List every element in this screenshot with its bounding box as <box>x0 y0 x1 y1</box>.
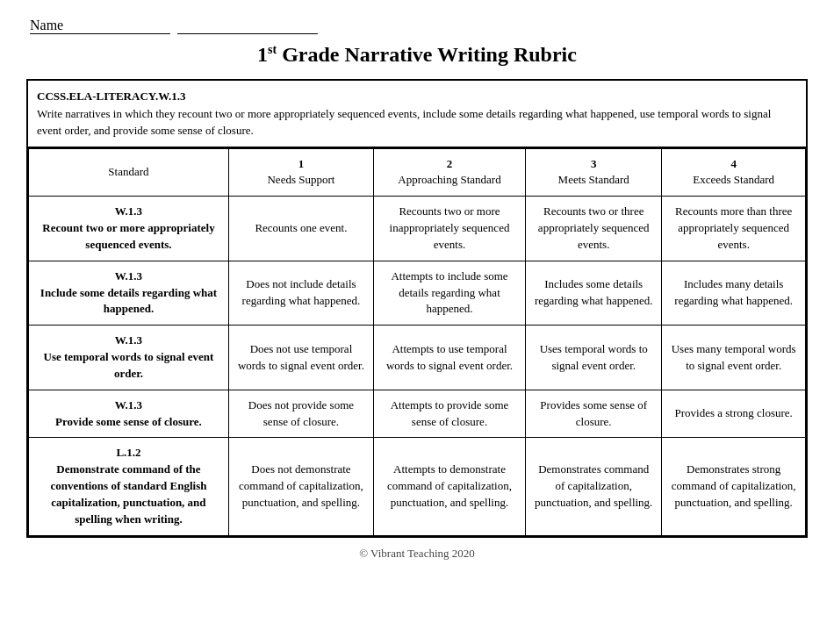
name-label: Name <box>30 18 170 34</box>
cell-r4-c0: Does not demonstrate command of capitali… <box>228 438 373 535</box>
standard-cell-4: L.1.2Demonstrate command of the conventi… <box>29 438 229 535</box>
cell-r1-c0: Does not include details regarding what … <box>228 261 373 326</box>
page-title: 1st Grade Narrative Writing Rubric <box>26 43 808 67</box>
col-header-3: 3 Meets Standard <box>526 148 662 197</box>
cell-r4-c3: Demonstrates strong command of capitaliz… <box>662 438 806 535</box>
title-text: Grade Narrative Writing Rubric <box>282 43 577 66</box>
cell-r3-c1: Attempts to provide some sense of closur… <box>373 390 525 438</box>
cell-r2-c3: Uses many temporal words to signal event… <box>662 326 806 390</box>
cell-r2-c0: Does not use temporal words to signal ev… <box>228 326 373 390</box>
col-header-standard: Standard <box>29 148 229 197</box>
standard-cell-1: W.1.3Include some details regarding what… <box>29 261 229 326</box>
cell-r1-c2: Includes some details regarding what hap… <box>526 261 662 326</box>
cell-r3-c3: Provides a strong closure. <box>662 390 806 438</box>
rubric-table: Standard 1 Needs Support 2 Approaching S… <box>28 148 806 536</box>
table-row: W.1.3Include some details regarding what… <box>29 261 806 326</box>
header-row: Standard 1 Needs Support 2 Approaching S… <box>29 148 806 197</box>
cell-r1-c1: Attempts to include some details regardi… <box>373 261 525 326</box>
cell-r4-c2: Demonstrates command of capitalization, … <box>526 438 662 535</box>
cell-r1-c3: Includes many details regarding what hap… <box>662 261 806 326</box>
standard-cell-2: W.1.3Use temporal words to signal event … <box>29 326 229 390</box>
cell-r4-c1: Attempts to demonstrate command of capit… <box>373 438 525 535</box>
standard-cell-0: W.1.3Recount two or more appropriately s… <box>29 197 229 261</box>
col-header-1: 1 Needs Support <box>228 148 373 197</box>
footer-text: © Vibrant Teaching 2020 <box>359 547 475 560</box>
cell-r0-c1: Recounts two or more inappropriately seq… <box>373 197 525 261</box>
cell-r0-c3: Recounts more than three appropriately s… <box>662 197 806 261</box>
cell-r0-c0: Recounts one event. <box>228 197 373 261</box>
table-row: W.1.3Use temporal words to signal event … <box>29 326 806 390</box>
col-header-4: 4 Exceeds Standard <box>662 148 806 197</box>
grade-number: 1st <box>257 43 277 66</box>
cell-r0-c2: Recounts two or three appropriately sequ… <box>526 197 662 261</box>
rubric-container: CCSS.ELA-LITERACY.W.1.3 Write narratives… <box>26 79 808 538</box>
col-header-2: 2 Approaching Standard <box>373 148 525 197</box>
table-row: W.1.3Recount two or more appropriately s… <box>29 197 806 261</box>
standard-code: CCSS.ELA-LITERACY.W.1.3 <box>37 88 797 105</box>
table-row: L.1.2Demonstrate command of the conventi… <box>29 438 806 535</box>
standard-description: Write narratives in which they recount t… <box>37 105 797 140</box>
cell-r3-c2: Provides some sense of closure. <box>526 390 662 438</box>
name-field: Name <box>26 18 808 34</box>
footer: © Vibrant Teaching 2020 <box>26 547 808 561</box>
name-underline <box>177 18 318 34</box>
cell-r2-c1: Attempts to use temporal words to signal… <box>373 326 525 390</box>
cell-r2-c2: Uses temporal words to signal event orde… <box>526 326 662 390</box>
standard-header: CCSS.ELA-LITERACY.W.1.3 Write narratives… <box>28 81 806 148</box>
grade-sup: st <box>268 43 277 56</box>
table-row: W.1.3Provide some sense of closure.Does … <box>29 390 806 438</box>
cell-r3-c0: Does not provide some sense of closure. <box>228 390 373 438</box>
standard-cell-3: W.1.3Provide some sense of closure. <box>29 390 229 438</box>
